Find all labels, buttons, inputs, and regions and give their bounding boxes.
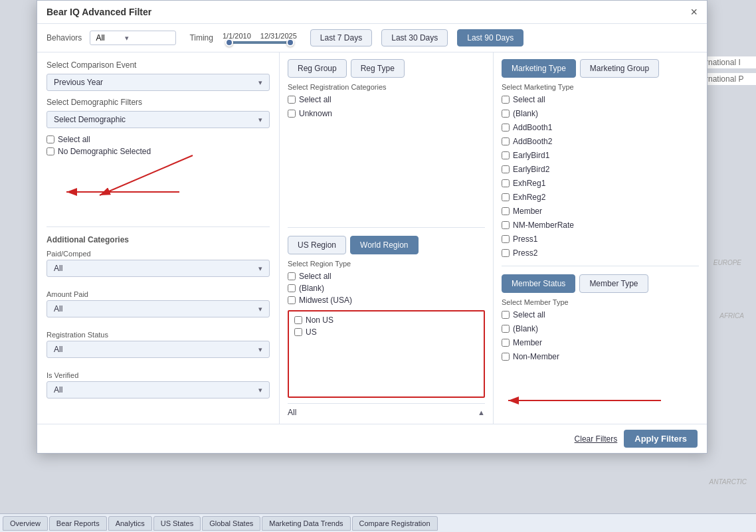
- no-demographic-checkbox[interactable]: [47, 147, 54, 155]
- mkt-addbooth1-row: AddBooth1: [502, 123, 699, 132]
- region-midwest-label: Midwest (USA): [299, 296, 352, 305]
- marketing-group-tab[interactable]: Marketing Group: [580, 59, 659, 78]
- reg-status-dropdown[interactable]: All ▾: [47, 341, 270, 358]
- region-section-label: Select Region Type: [288, 260, 485, 268]
- region-midwest-checkbox[interactable]: [288, 296, 296, 304]
- mem-nonmember-checkbox[interactable]: [502, 353, 510, 361]
- tab-global-states[interactable]: Global States: [202, 516, 260, 531]
- slider-fill: [227, 41, 293, 44]
- us-label: US: [306, 327, 317, 337]
- mkt-addbooth1-checkbox[interactable]: [502, 124, 510, 132]
- amount-paid-label: Amount Paid: [47, 290, 270, 298]
- demographic-section-label: Select Demographic Filters: [47, 98, 270, 107]
- marketing-tab-row: Marketing Type Marketing Group: [502, 59, 699, 78]
- mkt-nm-checkbox[interactable]: [502, 221, 510, 229]
- mkt-press1-row: Press1: [502, 234, 699, 244]
- mem-blank-label: (Blank): [513, 324, 538, 333]
- last-90-days-button[interactable]: Last 90 Days: [457, 29, 523, 46]
- slider-thumb-left[interactable]: [225, 39, 233, 46]
- reg-group-tab[interactable]: Reg Group: [288, 59, 347, 78]
- apply-filters-button[interactable]: Apply Filters: [624, 430, 698, 448]
- reg-select-all-checkbox[interactable]: [288, 96, 296, 104]
- us-region-tab[interactable]: US Region: [288, 236, 346, 254]
- region-select-all-checkbox[interactable]: [288, 272, 296, 280]
- mkt-addbooth2-row: AddBooth2: [502, 137, 699, 146]
- mkt-press1-label: Press1: [513, 234, 537, 244]
- tab-marketing-data[interactable]: Marketing Data Trends: [262, 516, 350, 531]
- member-status-tab[interactable]: Member Status: [502, 274, 575, 293]
- paid-comped-dropdown[interactable]: All ▾: [47, 260, 270, 277]
- antarctic-label: ANTARCTIC: [709, 478, 747, 486]
- reg-type-tab[interactable]: Reg Type: [351, 59, 405, 78]
- marketing-section-label: Select Marketing Type: [502, 83, 699, 91]
- tab-bear-reports[interactable]: Bear Reports: [49, 516, 107, 531]
- select-all-demographic-row: Select all: [47, 135, 270, 144]
- member-tab-row: Member Status Member Type: [502, 274, 699, 293]
- mkt-earlybird1-row: EarlyBird1: [502, 151, 699, 160]
- last-30-days-button[interactable]: Last 30 Days: [381, 29, 448, 46]
- member-checkbox-list: Select all (Blank) Member Non-Membe: [502, 310, 699, 364]
- tab-us-states[interactable]: US States: [153, 516, 201, 531]
- modal-footer: Clear Filters Apply Filters: [37, 424, 707, 453]
- last-7-days-button[interactable]: Last 7 Days: [310, 29, 372, 46]
- mkt-earlybird1-checkbox[interactable]: [502, 151, 510, 159]
- demographic-chevron-icon: ▾: [258, 116, 262, 124]
- main-modal: Bear IQ Advanced Filter × Behaviors All …: [37, 0, 708, 454]
- tab-analytics[interactable]: Analytics: [108, 516, 152, 531]
- is-verified-dropdown[interactable]: All ▾: [47, 381, 270, 399]
- timing-slider-track[interactable]: [227, 41, 293, 44]
- amount-paid-dropdown[interactable]: All ▾: [47, 300, 270, 317]
- clear-filters-button[interactable]: Clear Filters: [575, 434, 618, 444]
- timing-dates: 1/1/2010 12/31/2025: [223, 32, 297, 40]
- select-all-demographic-checkbox[interactable]: [47, 135, 54, 143]
- marketing-type-tab[interactable]: Marketing Type: [502, 59, 576, 78]
- world-region-box: Non US US: [288, 310, 485, 398]
- mkt-exhreg1-label: ExhReg1: [513, 179, 545, 188]
- mkt-blank-row: (Blank): [502, 109, 699, 118]
- reg-tab-row: Reg Group Reg Type: [288, 59, 485, 78]
- comparison-section-label: Select Comparison Event: [47, 60, 270, 70]
- behaviors-value: All: [96, 33, 104, 43]
- modal-title: Bear IQ Advanced Filter: [47, 7, 151, 17]
- bottom-tabs-bar: Overview Bear Reports Analytics US State…: [0, 513, 756, 532]
- europe-label: EUROPE: [713, 259, 741, 266]
- us-checkbox[interactable]: [294, 328, 302, 336]
- mem-blank-checkbox[interactable]: [502, 325, 510, 333]
- comparison-dropdown[interactable]: Previous Year ▾: [47, 74, 270, 91]
- reg-status-value: All: [54, 345, 62, 354]
- modal-overlay: t of International I t of International …: [0, 0, 756, 532]
- close-button[interactable]: ×: [690, 6, 698, 18]
- mkt-press2-checkbox[interactable]: [502, 249, 510, 257]
- modal-header: Bear IQ Advanced Filter ×: [37, 1, 707, 24]
- mkt-press1-checkbox[interactable]: [502, 235, 510, 243]
- mkt-exhreg2-checkbox[interactable]: [502, 193, 510, 201]
- is-verified-label: Is Verified: [47, 371, 270, 379]
- world-region-tab[interactable]: World Region: [350, 236, 418, 254]
- mkt-select-all-row: Select all: [502, 95, 699, 104]
- additional-categories-label: Additional Categories: [47, 235, 270, 244]
- mkt-select-all-label: Select all: [513, 95, 545, 104]
- mkt-earlybird2-checkbox[interactable]: [502, 165, 510, 173]
- mem-member-checkbox[interactable]: [502, 339, 510, 347]
- tab-compare-reg[interactable]: Compare Registration: [352, 516, 438, 531]
- mkt-blank-checkbox[interactable]: [502, 110, 510, 118]
- region-blank-checkbox[interactable]: [288, 284, 296, 292]
- mkt-exhreg1-checkbox[interactable]: [502, 179, 510, 187]
- mkt-member-checkbox[interactable]: [502, 207, 510, 215]
- red-arrow-member-svg: [502, 391, 674, 410]
- mkt-addbooth2-checkbox[interactable]: [502, 137, 510, 145]
- demographic-dropdown[interactable]: Select Demographic ▾: [47, 111, 270, 128]
- red-arrow-member-area: [502, 377, 699, 417]
- mkt-select-all-checkbox[interactable]: [502, 96, 510, 104]
- paid-comped-group: Paid/Comped All ▾: [47, 250, 270, 284]
- mem-select-all-checkbox[interactable]: [502, 311, 510, 319]
- behaviors-dropdown[interactable]: All ▾: [90, 31, 176, 45]
- is-verified-value: All: [54, 385, 62, 395]
- reg-unknown-checkbox[interactable]: [288, 110, 296, 118]
- non-us-checkbox[interactable]: [294, 316, 302, 324]
- reg-status-group: Registration Status All ▾: [47, 331, 270, 365]
- member-type-tab[interactable]: Member Type: [579, 274, 648, 293]
- mem-member-row: Member: [502, 338, 699, 347]
- slider-thumb-right[interactable]: [286, 39, 294, 46]
- tab-overview[interactable]: Overview: [3, 516, 48, 531]
